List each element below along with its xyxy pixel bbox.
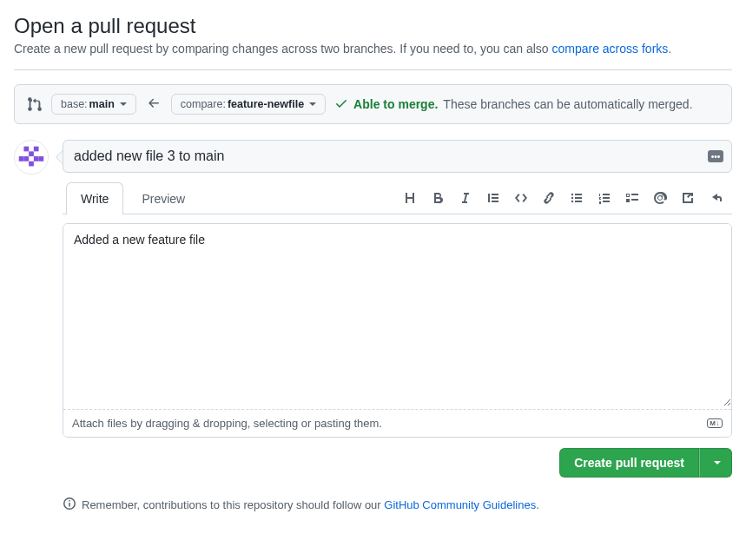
cross-reference-icon[interactable] [680,190,696,206]
compare-label: compare: [181,98,226,110]
code-icon[interactable] [513,190,529,206]
divider [14,69,732,70]
link-icon[interactable] [541,190,557,206]
chevron-down-icon [309,102,316,106]
contributing-note: Remember, contributions to this reposito… [63,497,732,513]
tasklist-icon[interactable] [624,190,640,206]
git-compare-icon [27,96,43,112]
pr-body-textarea[interactable] [63,224,731,406]
list-ordered-icon[interactable] [597,190,612,206]
page-subtitle: Create a new pull request by comparing c… [14,42,732,56]
svg-rect-8 [29,161,34,167]
compare-branch-selector[interactable]: compare: feature-newfile [171,94,326,115]
create-pull-request-dropdown[interactable] [699,448,732,478]
svg-rect-2 [34,147,39,152]
arrow-left-icon [145,96,162,113]
base-value: main [89,98,115,110]
list-unordered-icon[interactable] [569,190,584,206]
info-icon [63,497,76,513]
svg-point-10 [571,196,573,198]
svg-rect-7 [39,156,44,161]
merge-status: Able to merge. These branches can be aut… [334,96,692,113]
subtitle-after: . [668,42,671,56]
markdown-toolbar [402,190,729,206]
heading-icon[interactable] [402,190,418,206]
tab-write[interactable]: Write [66,182,123,214]
speech-bubble-arrow [56,150,63,164]
community-guidelines-link[interactable]: GitHub Community Guidelines [384,498,536,511]
attach-footer[interactable]: Attach files by dragging & dropping, sel… [63,409,731,437]
chevron-down-icon [120,102,127,106]
create-pull-request-button[interactable]: Create pull request [559,448,699,478]
compare-value: feature-newfile [228,98,304,110]
compare-forks-link[interactable]: compare across forks [551,42,668,56]
check-icon [334,96,348,113]
mention-icon[interactable] [652,190,668,206]
footer-after: . [536,498,539,511]
merge-ok-text: Able to merge. [353,97,438,111]
bold-icon[interactable] [430,190,446,206]
reply-icon[interactable] [708,190,723,206]
title-action-badge[interactable]: ••• [708,150,723,162]
subtitle-text: Create a new pull request by comparing c… [14,42,551,56]
svg-rect-5 [23,156,29,161]
attach-hint: Attach files by dragging & dropping, sel… [72,417,382,430]
svg-rect-3 [29,151,34,156]
chevron-down-icon [714,461,721,464]
range-bar: base: main compare: feature-newfile Able… [14,84,732,124]
pr-title-input[interactable] [63,140,732,173]
svg-point-9 [571,193,573,194]
editor-tabs: Write Preview [66,181,200,214]
quote-icon[interactable] [485,190,501,206]
base-branch-selector[interactable]: base: main [51,94,136,115]
tab-preview[interactable]: Preview [127,182,200,214]
footer-before: Remember, contributions to this reposito… [82,498,384,511]
avatar [14,140,49,175]
merge-message: These branches can be automatically merg… [443,97,692,111]
markdown-supported-icon[interactable]: M↓ [707,418,723,428]
svg-rect-6 [34,156,39,161]
svg-rect-4 [19,156,24,161]
page-title: Open a pull request [14,14,732,38]
svg-point-11 [571,200,573,201]
svg-rect-1 [23,147,29,152]
base-label: base: [61,98,88,110]
italic-icon[interactable] [458,190,473,206]
